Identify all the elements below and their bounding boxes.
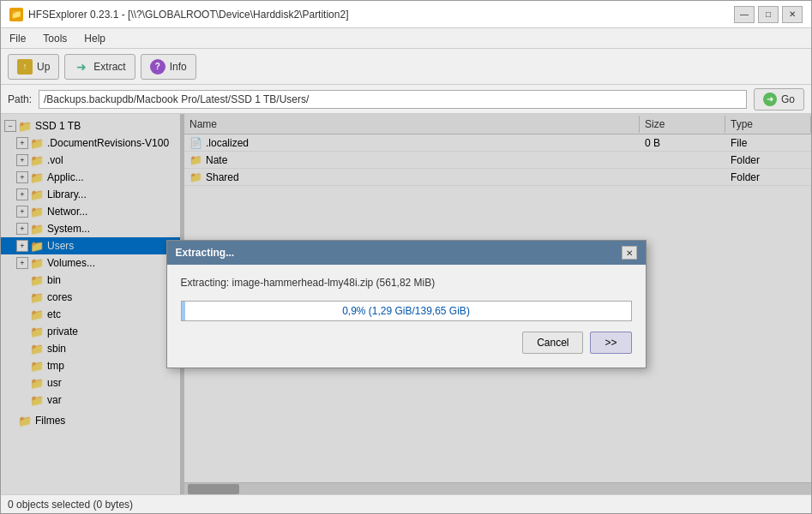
menu-help[interactable]: Help	[81, 31, 109, 46]
extract-label: Extract	[93, 61, 125, 73]
cancel-button[interactable]: Cancel	[522, 332, 583, 354]
info-button[interactable]: ? Info	[141, 54, 196, 80]
toolbar: ↑ Up ➜ Extract ? Info	[1, 49, 811, 85]
progress-bar-text: 0,9% (1,29 GiB/139,65 GiB)	[182, 302, 631, 320]
extract-button[interactable]: ➜ Extract	[64, 54, 135, 80]
path-input[interactable]	[39, 90, 747, 109]
up-icon: ↑	[17, 59, 33, 75]
status-text: 0 objects selected (0 bytes)	[8, 499, 133, 511]
main-content: − 📁 SSD 1 TB + 📁 .DocumentRevisions-V100…	[1, 114, 811, 494]
dialog-title: Extracting...	[176, 247, 235, 259]
info-label: Info	[170, 61, 187, 73]
extract-icon: ➜	[74, 59, 89, 75]
menu-tools[interactable]: Tools	[39, 31, 70, 46]
minimize-button[interactable]: —	[734, 6, 755, 23]
main-window: 📁 HFSExplorer 0.23.1 - [\\?\GLOBALROOT\D…	[0, 0, 812, 514]
maximize-button[interactable]: □	[758, 6, 779, 23]
app-icon: 📁	[9, 8, 23, 21]
progress-bar-container: 0,9% (1,29 GiB/139,65 GiB)	[181, 301, 632, 321]
dialog-buttons: Cancel >>	[181, 332, 632, 354]
dialog-extracting-text: Extracting: image-hammerhead-lmy48i.zip …	[181, 277, 632, 289]
dialog-overlay: Extracting... ✕ Extracting: image-hammer…	[1, 114, 811, 494]
dialog-body: Extracting: image-hammerhead-lmy48i.zip …	[167, 265, 646, 368]
up-label: Up	[37, 61, 50, 73]
dialog-titlebar: Extracting... ✕	[167, 241, 646, 265]
up-button[interactable]: ↑ Up	[8, 54, 59, 80]
go-icon: ➜	[763, 93, 777, 106]
title-bar-left: 📁 HFSExplorer 0.23.1 - [\\?\GLOBALROOT\D…	[9, 8, 348, 21]
dialog-close-button[interactable]: ✕	[622, 246, 637, 260]
window-title: HFSExplorer 0.23.1 - [\\?\GLOBALROOT\Dev…	[28, 9, 348, 21]
path-label: Path:	[8, 93, 32, 105]
skip-button[interactable]: >>	[590, 332, 631, 354]
path-bar: Path: ➜ Go	[1, 85, 811, 114]
go-label: Go	[781, 93, 795, 105]
menu-file[interactable]: File	[6, 31, 29, 46]
go-button[interactable]: ➜ Go	[754, 88, 804, 111]
status-bar: 0 objects selected (0 bytes)	[1, 494, 811, 513]
info-icon: ?	[150, 59, 165, 75]
title-bar-controls: — □ ✕	[734, 6, 803, 23]
close-button[interactable]: ✕	[782, 6, 803, 23]
menu-bar: File Tools Help	[1, 28, 811, 49]
title-bar: 📁 HFSExplorer 0.23.1 - [\\?\GLOBALROOT\D…	[1, 1, 811, 28]
extracting-dialog: Extracting... ✕ Extracting: image-hammer…	[166, 240, 647, 368]
